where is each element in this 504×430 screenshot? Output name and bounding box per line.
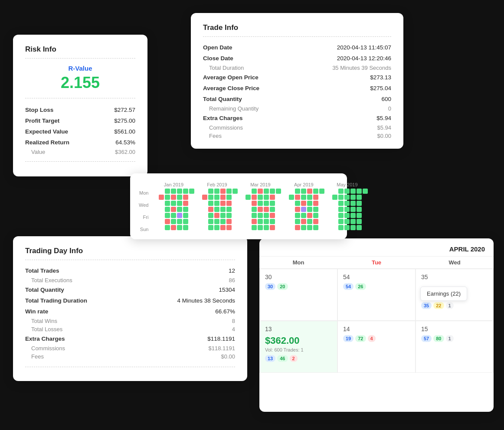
- hm-cell-3-35: [283, 219, 288, 224]
- hm-cell-0-35: [153, 219, 158, 224]
- commissions-value: $5.94: [377, 124, 391, 131]
- hm-cell-1-19: [226, 201, 232, 206]
- hm-cell-1-21: [196, 207, 201, 212]
- hm-cell-2-35: [239, 219, 245, 224]
- hm-cell-4-46: [350, 225, 356, 230]
- hm-cell-2-46: [264, 225, 269, 230]
- total-duration-value: 35 Minutes 39 Seconds: [332, 65, 391, 71]
- hm-cell-4-32: [350, 213, 356, 218]
- hm-cell-2-47: [270, 225, 275, 230]
- hm-cell-4-38: [344, 219, 350, 224]
- hm-cell-1-8: [202, 195, 207, 200]
- badges-54: 54 26: [343, 283, 410, 290]
- profit-target-row: Profit Target $275.00: [25, 115, 135, 126]
- cal-header-tue: Tue: [337, 257, 416, 268]
- total-qty-td-label: Total Quantity: [25, 287, 64, 293]
- hm-cell-1-5: [226, 189, 232, 194]
- avg-open-price-row: Average Open Price $273.13: [203, 72, 391, 83]
- hm-cell-0-23: [165, 207, 170, 212]
- badges-35: 35 22 1: [421, 302, 488, 309]
- cal-day-13: 13: [265, 326, 332, 332]
- hm-cell-0-42: [153, 225, 158, 230]
- remaining-qty-label: Remaining Quantity: [209, 105, 259, 112]
- total-wins-label: Total Wins: [31, 318, 57, 324]
- hm-cell-2-2: [252, 189, 257, 194]
- hm-cell-3-31: [301, 213, 306, 218]
- win-rate-row: Win rate 66.67%: [25, 306, 235, 317]
- hm-cell-1-48: [232, 225, 238, 230]
- hm-cell-1-13: [232, 195, 238, 200]
- heatmap-label-mon: Mon: [139, 190, 150, 196]
- heatmap-grid-4: [326, 189, 368, 230]
- badge-54-green: 26: [355, 283, 366, 290]
- extra-charges-td-value: $118.1191: [207, 336, 235, 342]
- hm-cell-1-15: [202, 201, 207, 206]
- hm-cell-4-18: [350, 201, 356, 206]
- total-trades-row: Total Trades 12: [25, 265, 235, 276]
- hm-cell-4-33: [357, 213, 362, 218]
- fees-td-label: Fees: [31, 353, 44, 360]
- hm-cell-4-3: [344, 189, 350, 194]
- hm-cell-2-10: [258, 195, 263, 200]
- hm-cell-3-36: [289, 219, 294, 224]
- total-losses-row: Total Losses 4: [25, 325, 235, 333]
- hm-cell-4-31: [344, 213, 350, 218]
- badge-15-blue: 57: [421, 335, 432, 342]
- hm-cell-3-15: [289, 201, 294, 206]
- hm-cell-4-24: [344, 207, 350, 212]
- hm-cell-3-14: [283, 201, 288, 206]
- extra-charges-td-row: Extra Charges $118.1191: [25, 333, 235, 344]
- commissions-td-row: Commissions $118.1191: [25, 344, 235, 352]
- hm-cell-3-22: [289, 207, 294, 212]
- badges-15: 57 80 1: [421, 335, 488, 342]
- hm-cell-4-2: [338, 189, 344, 194]
- close-date-row: Close Date 2020-04-13 12:20:46: [203, 53, 391, 64]
- badges-14: 19 72 4: [343, 335, 410, 342]
- extra-charges-row: Extra Charges $5.94: [203, 113, 391, 124]
- avg-close-price-value: $275.04: [370, 85, 391, 91]
- hm-cell-2-19: [270, 201, 275, 206]
- hm-cell-3-18: [307, 201, 312, 206]
- hm-cell-3-44: [295, 225, 300, 230]
- hm-cell-4-41: [363, 219, 368, 224]
- hm-cell-2-39: [264, 219, 269, 224]
- hm-cell-3-4: [307, 189, 312, 194]
- hm-cell-3-0: [283, 189, 288, 194]
- badge-14-green: 72: [355, 335, 366, 342]
- hm-cell-0-9: [165, 195, 170, 200]
- hm-cell-4-12: [357, 195, 362, 200]
- total-trades-value: 12: [229, 267, 235, 274]
- heatmap-month-3: Apr 2019: [283, 182, 324, 230]
- fees-td-row: Fees $0.00: [25, 352, 235, 361]
- hm-cell-0-24: [171, 207, 176, 212]
- badge-13-green: 46: [277, 355, 288, 362]
- hm-cell-2-32: [264, 213, 269, 218]
- hm-cell-3-24: [301, 207, 306, 212]
- realized-return-pct: 64.53%: [115, 139, 135, 146]
- hm-cell-1-46: [220, 225, 226, 230]
- hm-cell-2-38: [258, 219, 263, 224]
- hm-cell-4-37: [338, 219, 344, 224]
- hm-cell-2-27: [276, 207, 281, 212]
- badge-15-green: 80: [433, 335, 444, 342]
- hm-cell-1-27: [232, 207, 238, 212]
- hm-cell-2-25: [264, 207, 269, 212]
- hm-cell-2-20: [276, 201, 281, 206]
- total-executions-row: Total Executions 86: [25, 276, 235, 284]
- hm-cell-3-41: [319, 219, 324, 224]
- heatmap-label-sun: Sun: [139, 226, 150, 232]
- realized-return-value-row: Value $362.00: [25, 148, 135, 156]
- expected-value-label: Expected Value: [25, 128, 68, 135]
- total-losses-label: Total Losses: [31, 326, 62, 332]
- hm-cell-2-22: [245, 207, 251, 212]
- expected-value-value: $561.00: [114, 128, 135, 135]
- hm-cell-1-41: [232, 219, 238, 224]
- hm-cell-3-20: [319, 201, 324, 206]
- hm-cell-3-43: [289, 225, 294, 230]
- hm-cell-4-48: [363, 225, 368, 230]
- hm-cell-3-19: [313, 201, 318, 206]
- total-qty-row: Total Quantity 600: [203, 94, 391, 104]
- hm-cell-3-5: [313, 189, 318, 194]
- hm-cell-0-11: [177, 195, 182, 200]
- total-wins-value: 8: [232, 318, 235, 324]
